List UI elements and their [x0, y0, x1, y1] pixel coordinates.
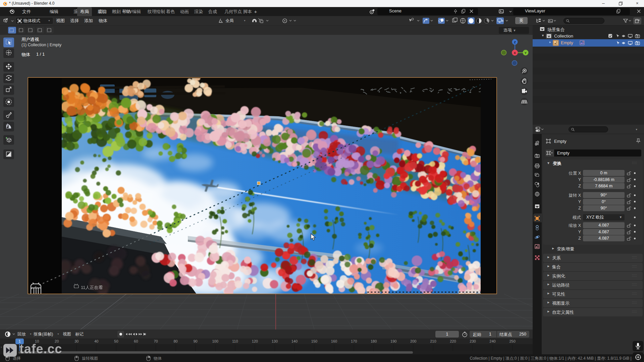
svg-text:Z: Z: [514, 40, 516, 44]
svg-text:Y: Y: [525, 51, 527, 55]
svg-text:X: X: [514, 51, 516, 55]
svg-text:8: 8: [502, 19, 503, 22]
svg-text:11人正在看: 11人正在看: [81, 285, 103, 290]
